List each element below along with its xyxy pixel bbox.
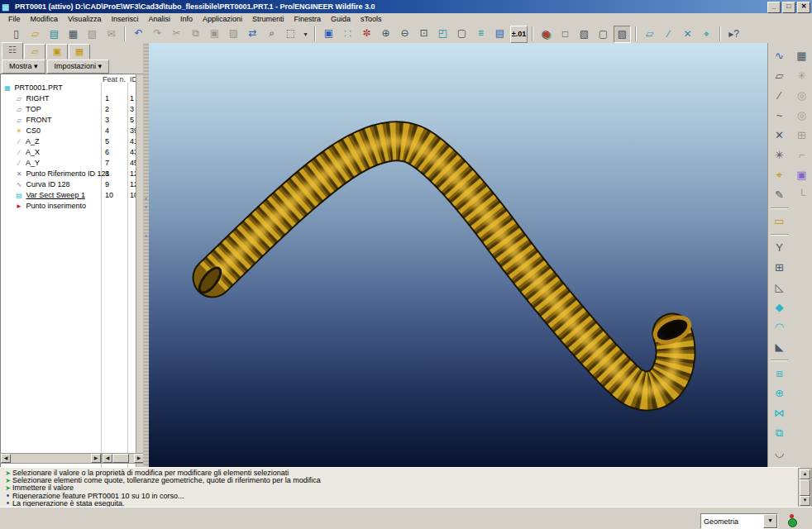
refit-icon[interactable]: ⊡ bbox=[415, 25, 432, 42]
tree-row[interactable]: ▱ TOP 2 3 bbox=[1, 104, 136, 115]
menu-item[interactable]: Visualizza bbox=[63, 14, 106, 24]
title-bar[interactable]: ▦ PRT0001 (attivo) D:\CAD\ProE\WF3\Cad3d… bbox=[0, 0, 812, 13]
tree-row[interactable]: ► Punto inserimento bbox=[1, 201, 136, 212]
datum-axis-tool-icon[interactable]: ∕ bbox=[771, 87, 789, 105]
datum-points-toggle-icon[interactable]: ✕ bbox=[679, 26, 696, 43]
datum-planes-toggle-icon[interactable]: ▱ bbox=[641, 26, 658, 43]
open-folder-icon[interactable]: ▱ bbox=[26, 26, 44, 43]
context-help-icon[interactable]: ▸? bbox=[725, 26, 743, 43]
search-tool-icon[interactable]: ▦ bbox=[793, 47, 811, 65]
tree-row[interactable]: ✕ Punto Riferimento ID 121 8 121 bbox=[1, 169, 136, 179]
tree-item-label[interactable]: RIGHT bbox=[26, 94, 50, 102]
draft-tool-icon[interactable]: ◺ bbox=[771, 279, 789, 297]
tree-item-label[interactable]: Curva ID 128 bbox=[26, 180, 70, 188]
style-tool-icon[interactable]: ▭ bbox=[771, 212, 789, 231]
zoom-out-icon[interactable]: ⊖ bbox=[396, 25, 413, 42]
no-hidden-icon[interactable]: ▢ bbox=[595, 26, 612, 43]
redo-icon[interactable]: ↷ bbox=[149, 25, 166, 42]
extrude-tool-icon[interactable]: ⊞ bbox=[771, 259, 789, 277]
tree-item-label[interactable]: CS0 bbox=[26, 126, 41, 135]
tree-row[interactable]: ▦ PRT0001.PRT bbox=[1, 83, 136, 93]
tree-item-label[interactable]: Punto Riferimento ID 121 bbox=[26, 169, 110, 178]
tube-model[interactable] bbox=[149, 43, 767, 467]
copy-geometry-tool-icon[interactable]: ⧉ bbox=[771, 424, 789, 442]
tree-row[interactable]: ∿ Curva ID 128 9 128 bbox=[1, 179, 136, 190]
regenerate-icon[interactable]: ⇄ bbox=[244, 25, 261, 42]
named-views-icon[interactable]: ▢ bbox=[453, 25, 470, 42]
axis-display-icon[interactable]: ◎ bbox=[793, 87, 811, 105]
scroll-left-button[interactable]: ◀ bbox=[103, 454, 112, 463]
shell-tool-icon[interactable]: ◡ bbox=[771, 444, 789, 462]
find-icon[interactable]: ⌕ bbox=[263, 25, 280, 42]
select-dropdown-caret[interactable]: ▾ bbox=[301, 26, 310, 43]
tree-row[interactable]: ∕ A_Z 5 41 bbox=[1, 136, 136, 147]
tree-row[interactable]: ▱ RIGHT 1 1 bbox=[1, 93, 136, 104]
app-icon[interactable]: ▦ bbox=[2, 2, 12, 12]
scroll-thumb[interactable] bbox=[112, 454, 129, 463]
edge-display-icon[interactable]: └ bbox=[793, 186, 811, 204]
tab-connections[interactable]: ▦ bbox=[69, 44, 90, 60]
save-icon[interactable]: ▤ bbox=[45, 26, 63, 43]
orient-mode-icon[interactable]: ⸬ bbox=[339, 25, 356, 42]
tab-favorites[interactable]: ▣ bbox=[46, 44, 68, 60]
mirror-tool-icon[interactable]: ⋈ bbox=[771, 404, 789, 422]
copy-icon[interactable]: ⧉ bbox=[187, 25, 204, 42]
zoom-in-icon[interactable]: ⊕ bbox=[377, 25, 394, 42]
tree-row[interactable]: ✳ CS0 4 39 bbox=[1, 126, 136, 136]
csys-display-icon[interactable]: ⊞ bbox=[793, 126, 811, 145]
graphics-area[interactable] bbox=[149, 43, 767, 467]
tree-item-label[interactable]: PRT0001.PRT bbox=[15, 83, 63, 92]
wireframe-icon[interactable]: □ bbox=[556, 26, 574, 43]
surface-display-icon[interactable]: ▣ bbox=[793, 166, 811, 184]
repaint-icon[interactable]: ▣ bbox=[320, 25, 337, 42]
tree-item-label[interactable]: A_X bbox=[26, 148, 40, 156]
scroll-thumb[interactable] bbox=[800, 479, 810, 496]
blend-tool-icon[interactable]: ◆ bbox=[771, 298, 789, 317]
selection-filter-value[interactable]: Geometria bbox=[701, 517, 763, 526]
navigator-sash[interactable]: ‹ ‹ › bbox=[143, 43, 149, 467]
axis-pattern-tool-icon[interactable]: ⊕ bbox=[771, 384, 789, 403]
selection-filter-icon[interactable] bbox=[787, 514, 797, 527]
field-point-tool-icon[interactable]: ✳ bbox=[771, 146, 789, 164]
datum-display-icon[interactable]: ✳ bbox=[793, 67, 811, 85]
scroll-left-button[interactable]: ◀ bbox=[1, 454, 11, 463]
scroll-right-button[interactable]: ▶ bbox=[91, 454, 101, 463]
settings-menu-button[interactable]: Impostazioni ▾ bbox=[47, 60, 110, 74]
message-scrollbar[interactable]: ▲ ▼ bbox=[798, 468, 812, 508]
columns-horizontal-scrollbar[interactable]: ◀ ▶ bbox=[102, 453, 145, 464]
collapse-panel-chevron-icon[interactable]: ‹ bbox=[143, 203, 149, 211]
maximize-button[interactable]: □ bbox=[782, 2, 795, 13]
hidden-line-icon[interactable]: ▧ bbox=[576, 26, 593, 43]
menu-item[interactable]: Analisi bbox=[143, 14, 175, 24]
tree-item-label[interactable]: A_Y bbox=[26, 159, 40, 167]
tree-item-label[interactable]: FRONT bbox=[26, 116, 52, 124]
menu-item[interactable]: Inserisci bbox=[106, 14, 143, 24]
coordinate-system-tool-icon[interactable]: ⌖ bbox=[771, 166, 789, 184]
datum-point-tool-icon[interactable]: ✕ bbox=[771, 126, 789, 145]
annotation-icon[interactable]: ⌐ bbox=[793, 146, 811, 164]
round-tool-icon[interactable]: ◠ bbox=[771, 318, 789, 336]
csys-toggle-icon[interactable]: ⌖ bbox=[698, 26, 715, 43]
paste-special-icon[interactable]: ▨ bbox=[225, 25, 242, 42]
pattern-tool-icon[interactable]: ⧈ bbox=[771, 365, 789, 383]
tree-item-label[interactable]: Var Sect Sweep 1 bbox=[26, 191, 85, 199]
tree-item-label[interactable]: A_Z bbox=[26, 137, 40, 145]
select-box-icon[interactable]: ⬚ bbox=[282, 25, 299, 42]
minimize-button[interactable]: _ bbox=[767, 2, 781, 13]
menu-item[interactable]: Info bbox=[175, 14, 198, 24]
view-manager-icon[interactable]: ▤ bbox=[491, 25, 509, 42]
tree-row[interactable]: ∕ A_X 6 43 bbox=[1, 147, 136, 158]
datum-axes-toggle-icon[interactable]: ∕ bbox=[660, 26, 677, 43]
menu-item[interactable]: sTools bbox=[356, 14, 387, 24]
show-menu-button[interactable]: Mostra ▾ bbox=[2, 60, 45, 74]
datum-plane-tool-icon[interactable]: ▱ bbox=[771, 67, 789, 85]
spin-center-icon[interactable]: ✼ bbox=[358, 25, 375, 42]
tree-item-label[interactable]: TOP bbox=[26, 105, 41, 113]
combo-dropdown-button[interactable]: ▼ bbox=[763, 514, 777, 528]
selection-filter-combo[interactable]: Geometria ▼ bbox=[700, 513, 778, 529]
close-button[interactable]: ✕ bbox=[797, 2, 810, 13]
print-icon[interactable]: ▦ bbox=[64, 26, 82, 43]
tab-folder-browser[interactable]: ▱ bbox=[24, 44, 45, 60]
sketch-tool-icon[interactable]: ✎ bbox=[771, 186, 789, 204]
tree-row[interactable]: ▱ FRONT 3 5 bbox=[1, 115, 136, 126]
